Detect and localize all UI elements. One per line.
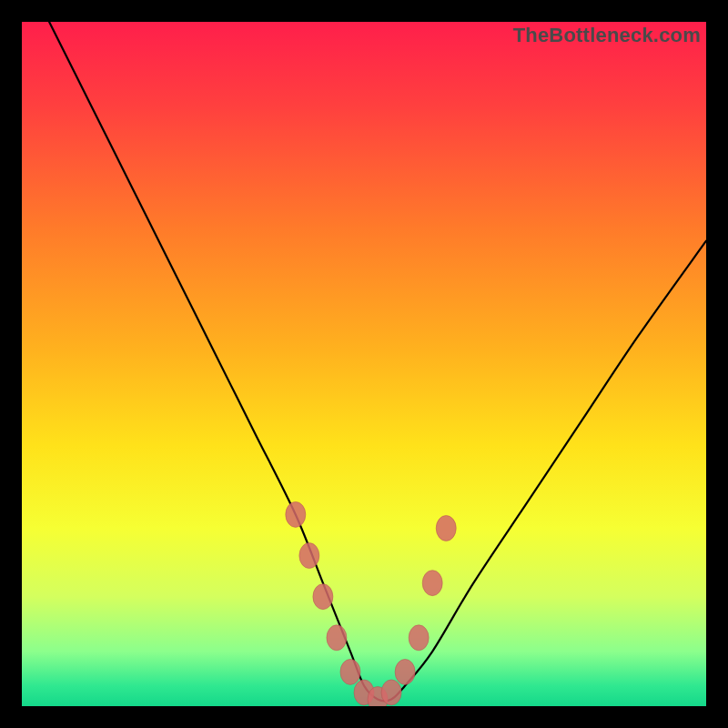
marker-point — [327, 625, 347, 651]
chart-frame: TheBottleneck.com — [22, 22, 706, 706]
marker-point — [436, 515, 456, 541]
marker-point — [381, 680, 401, 705]
marker-point — [299, 543, 319, 569]
marker-point — [395, 659, 415, 684]
marker-point — [409, 625, 429, 651]
marker-point — [286, 501, 306, 527]
marker-point — [340, 659, 360, 684]
chart-svg — [22, 22, 706, 706]
marker-group — [286, 501, 456, 706]
marker-point — [422, 571, 442, 596]
marker-point — [313, 584, 333, 610]
bottleneck-curve — [49, 22, 706, 701]
